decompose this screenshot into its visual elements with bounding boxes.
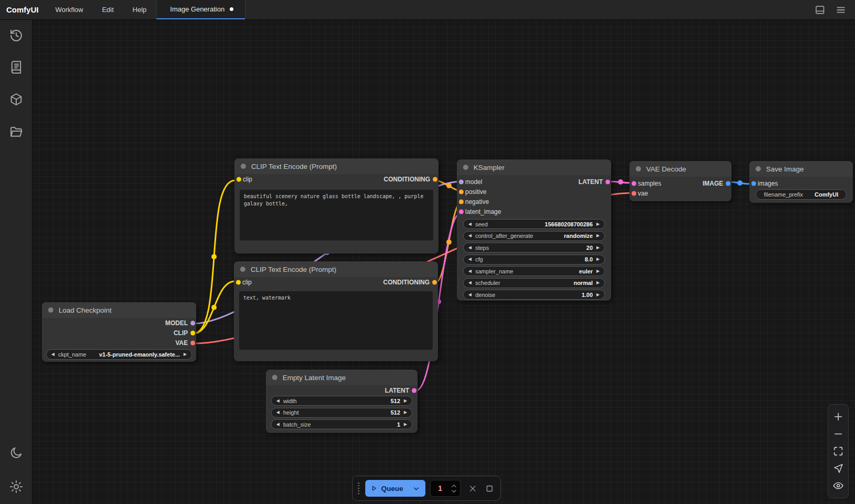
increment-icon[interactable] [597, 293, 600, 297]
decrement-icon[interactable] [468, 222, 471, 226]
widget-denoise[interactable]: denoise 1.00 [463, 290, 605, 300]
output-slot-latent[interactable] [605, 179, 610, 184]
widget-sampler-name[interactable]: sampler_name euler [463, 266, 605, 276]
decrement-icon[interactable] [468, 257, 471, 261]
stepper-up-icon[interactable] [451, 484, 457, 488]
widget-batch-size[interactable]: batch_size 1 [271, 419, 412, 429]
collapse-dot-icon[interactable] [241, 164, 246, 169]
history-icon[interactable] [9, 28, 24, 43]
input-slot-vae[interactable] [632, 191, 636, 196]
bottom-panel-icon[interactable] [814, 4, 826, 16]
app-logo[interactable]: ComfyUI [0, 0, 46, 19]
decrement-icon[interactable] [468, 293, 471, 297]
fit-view-icon[interactable] [833, 445, 844, 457]
output-slot-conditioning[interactable] [432, 280, 437, 284]
input-slot-latent-image[interactable] [459, 209, 464, 214]
clear-queue-icon[interactable] [468, 484, 477, 493]
node-header[interactable]: VAE Decode [629, 161, 732, 177]
output-slot-image[interactable] [726, 181, 730, 186]
input-slot-samples[interactable] [632, 181, 636, 186]
node-empty-latent-image[interactable]: Empty Latent Image LATENT width 512 heig… [266, 370, 418, 433]
queue-button[interactable]: Queue [365, 480, 426, 497]
chevron-down-icon[interactable] [412, 485, 420, 492]
collapse-dot-icon[interactable] [636, 166, 641, 171]
theme-toggle-icon[interactable] [9, 445, 24, 460]
model-library-icon[interactable] [9, 92, 24, 107]
stop-icon[interactable] [485, 484, 494, 493]
node-clip-text-encode-positive[interactable]: CLIP Text Encode (Prompt) clip CONDITION… [234, 158, 438, 254]
pointer-mode-icon[interactable] [833, 463, 844, 474]
toggle-visibility-icon[interactable] [833, 480, 844, 491]
zoom-out-icon[interactable] [833, 428, 844, 440]
prev-value-icon[interactable] [468, 281, 471, 285]
decrement-icon[interactable] [468, 246, 471, 250]
prompt-textarea[interactable]: beautiful scenery nature glass bottle la… [240, 190, 433, 240]
collapse-dot-icon[interactable] [240, 267, 245, 272]
widget-height[interactable]: height 512 [271, 408, 412, 418]
next-value-icon[interactable] [597, 234, 600, 238]
node-header[interactable]: KSampler [457, 159, 611, 175]
next-value-icon[interactable] [184, 352, 187, 357]
next-value-icon[interactable] [597, 281, 600, 285]
widget-width[interactable]: width 512 [271, 396, 412, 406]
widget-filename-prefix[interactable]: filename_prefix ComfyUI [756, 189, 847, 200]
decrement-icon[interactable] [276, 422, 279, 427]
input-slot-images[interactable] [751, 181, 756, 186]
workflows-icon[interactable] [9, 125, 24, 140]
hamburger-menu-icon[interactable] [835, 4, 847, 16]
output-slot-latent[interactable] [412, 388, 417, 393]
collapse-dot-icon[interactable] [463, 165, 468, 170]
node-clip-text-encode-negative[interactable]: CLIP Text Encode (Prompt) clip CONDITION… [234, 261, 438, 361]
increment-icon[interactable] [597, 222, 600, 226]
increment-icon[interactable] [404, 399, 407, 403]
tab-image-generation[interactable]: Image Generation [156, 0, 245, 19]
input-slot-model[interactable] [459, 179, 464, 184]
menu-help[interactable]: Help [123, 0, 156, 19]
decrement-icon[interactable] [276, 399, 279, 403]
node-header[interactable]: CLIP Text Encode (Prompt) [234, 261, 438, 277]
collapse-dot-icon[interactable] [48, 307, 53, 313]
increment-icon[interactable] [597, 246, 600, 250]
node-ksampler[interactable]: KSampler model LATENT positive negative … [457, 159, 611, 301]
output-slot-vae[interactable] [190, 340, 195, 345]
node-header[interactable]: Save Image [749, 161, 853, 177]
output-slot-clip[interactable] [190, 330, 195, 335]
prev-value-icon[interactable] [468, 234, 471, 238]
batch-count-input[interactable]: 1 [430, 480, 460, 497]
settings-icon[interactable] [9, 479, 24, 494]
input-slot-clip[interactable] [237, 177, 241, 181]
increment-icon[interactable] [597, 257, 600, 261]
drag-handle[interactable] [357, 483, 361, 495]
node-header[interactable]: CLIP Text Encode (Prompt) [234, 158, 438, 174]
prev-value-icon[interactable] [468, 269, 471, 273]
widget-cfg[interactable]: cfg 8.0 [463, 255, 605, 265]
output-slot-conditioning[interactable] [433, 177, 437, 181]
node-save-image[interactable]: Save Image images filename_prefix ComfyU… [749, 161, 853, 203]
widget-ckpt-name[interactable]: ckpt_name v1-5-pruned-emaonly.safete... [46, 349, 192, 360]
stepper-down-icon[interactable] [451, 489, 457, 493]
prompt-textarea[interactable]: text, watermark [239, 291, 433, 350]
menu-workflow[interactable]: Workflow [46, 0, 93, 19]
widget-seed[interactable]: seed 156680208700286 [463, 219, 605, 229]
output-slot-model[interactable] [190, 320, 195, 325]
decrement-icon[interactable] [276, 410, 279, 415]
increment-icon[interactable] [404, 422, 407, 427]
menu-edit[interactable]: Edit [93, 0, 123, 19]
input-slot-positive[interactable] [459, 189, 464, 194]
prev-value-icon[interactable] [51, 352, 54, 357]
next-value-icon[interactable] [597, 269, 600, 273]
node-library-icon[interactable] [9, 60, 24, 74]
node-header[interactable]: Empty Latent Image [266, 370, 418, 385]
zoom-in-icon[interactable] [833, 411, 844, 422]
input-slot-negative[interactable] [459, 199, 464, 204]
node-load-checkpoint[interactable]: Load Checkpoint MODEL CLIP VAE ckpt_name… [42, 302, 196, 362]
widget-steps[interactable]: steps 20 [463, 243, 605, 253]
collapse-dot-icon[interactable] [272, 375, 277, 380]
widget-control-after-generate[interactable]: control_after_generate randomize [463, 231, 605, 241]
widget-scheduler[interactable]: scheduler normal [463, 278, 605, 288]
increment-icon[interactable] [404, 410, 407, 415]
collapse-dot-icon[interactable] [756, 166, 761, 171]
node-vae-decode[interactable]: VAE Decode samples IMAGE vae [629, 161, 732, 201]
input-slot-clip[interactable] [236, 280, 241, 284]
node-canvas[interactable] [32, 20, 855, 504]
